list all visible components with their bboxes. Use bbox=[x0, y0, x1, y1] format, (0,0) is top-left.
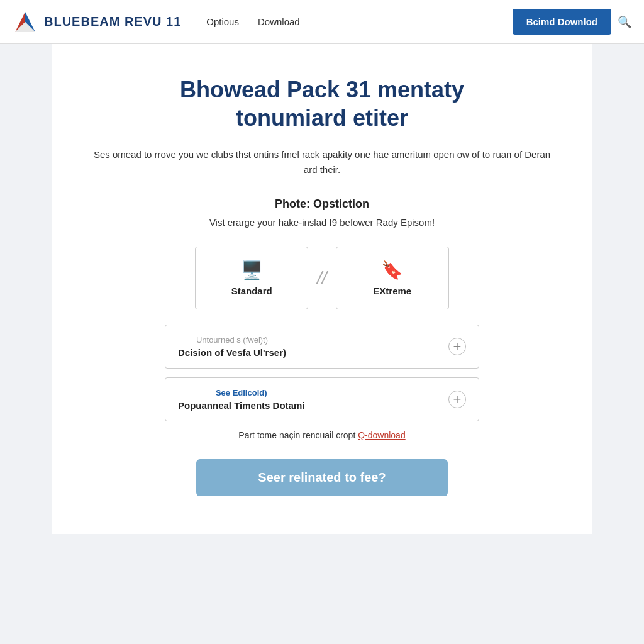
extreme-icon: 🔖 bbox=[381, 260, 403, 280]
logo-area: BLUEBEAM REVU 11 bbox=[13, 9, 181, 35]
nav-download[interactable]: Download bbox=[258, 16, 300, 27]
footnote-text: Part tome naçin rencuail cropt bbox=[238, 430, 358, 440]
search-icon-button[interactable]: 🔍 bbox=[618, 15, 631, 29]
logo-icon bbox=[13, 9, 38, 35]
footnote: Part tome naçin rencuail cropt Q-downloa… bbox=[165, 430, 479, 440]
accordion-subtitle-2: Popuanneal Timents Dotami bbox=[178, 400, 304, 411]
accordion-expand-icon-1[interactable]: + bbox=[448, 338, 466, 355]
accordion-title-1: Untourned s (fwel)t) bbox=[178, 335, 286, 345]
logo-text: BLUEBEAM REVU 11 bbox=[44, 14, 181, 29]
accordion-expand-icon-2[interactable]: + bbox=[448, 391, 466, 408]
edition-divider: // bbox=[308, 268, 336, 288]
bottom-cta-area: Seer relinated to fee? bbox=[89, 459, 555, 496]
header-cta-button[interactable]: Bcimd Downlod bbox=[513, 9, 611, 35]
edition-card-extreme[interactable]: 🔖 EXtreme bbox=[336, 247, 449, 309]
accordion-item-1[interactable]: Untourned s (fwel)t) Dcision of Vesfa Ul… bbox=[165, 325, 479, 369]
header: BLUEBEAM REVU 11 Optious Download Bcimd … bbox=[0, 0, 644, 44]
bottom-cta-button[interactable]: Seer relinated to fee? bbox=[196, 459, 448, 496]
accordion-content-1: Untourned s (fwel)t) Dcision of Vesfa Ul… bbox=[178, 335, 286, 358]
accordion-content-2: See Ediicold) Popuanneal Timents Dotami bbox=[178, 388, 304, 411]
accordion-title-2: See Ediicold) bbox=[178, 388, 304, 397]
section-title: Phote: Opstiction bbox=[89, 197, 555, 211]
section-subtitle: Vist erarge your hake-inslad I9 befower … bbox=[89, 217, 555, 228]
footnote-link[interactable]: Q-download bbox=[358, 430, 406, 440]
search-icon: 🔍 bbox=[618, 16, 631, 28]
accordion-item-2[interactable]: See Ediicold) Popuanneal Timents Dotami … bbox=[165, 377, 479, 421]
extreme-label: EXtreme bbox=[373, 286, 411, 296]
main-content: Bhowead Pack 31 mentaty tonumiard etiter… bbox=[52, 44, 592, 534]
nav-links: Optious Download bbox=[206, 16, 499, 27]
nav-options[interactable]: Optious bbox=[206, 16, 239, 27]
standard-icon: 🖥️ bbox=[241, 260, 263, 280]
edition-card-standard[interactable]: 🖥️ Standard bbox=[195, 247, 308, 309]
standard-label: Standard bbox=[231, 286, 272, 296]
page-title: Bhowead Pack 31 mentaty tonumiard etiter bbox=[89, 75, 555, 132]
accordion-subtitle-1: Dcision of Vesfa Ul'rser) bbox=[178, 347, 286, 358]
page-description: Ses omead to rrove you we clubs thst ont… bbox=[89, 147, 555, 177]
edition-row: 🖥️ Standard // 🔖 EXtreme bbox=[89, 247, 555, 309]
